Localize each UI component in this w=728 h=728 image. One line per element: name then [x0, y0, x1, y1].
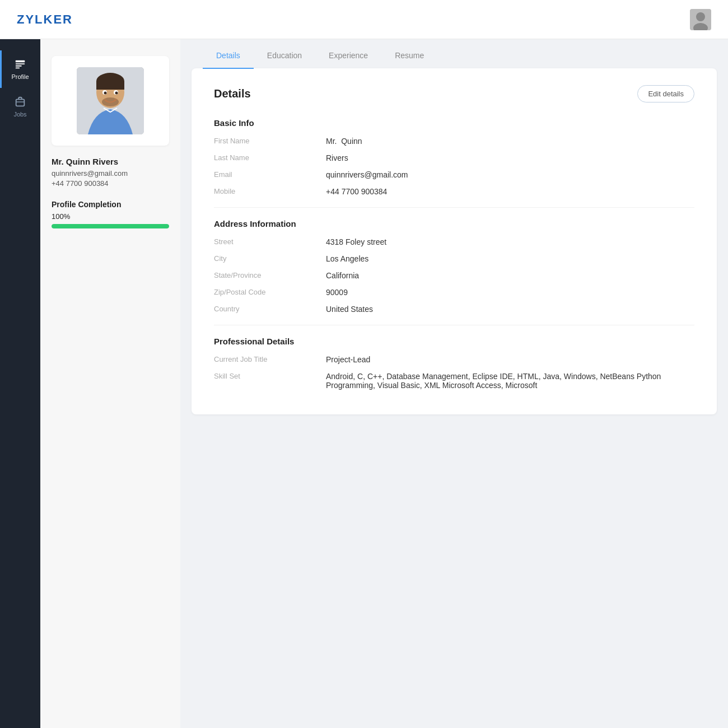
top-header: ZYLKER [0, 0, 728, 39]
completion-percent: 100% [52, 212, 169, 221]
svg-rect-6 [16, 68, 20, 69]
field-label-street: Street [214, 237, 326, 246]
profile-info: Mr. Quinn Rivers quinnrivers@gmail.com +… [52, 157, 169, 188]
field-label-country: Country [214, 305, 326, 313]
main-layout: Profile Jobs [0, 39, 728, 728]
progress-bar-bg [52, 224, 169, 228]
profile-photo [77, 67, 144, 134]
field-value-job-title: Project-Lead [326, 355, 694, 364]
field-row-job-title: Current Job Title Project-Lead [214, 355, 694, 364]
completion-title: Profile Completion [52, 200, 169, 209]
svg-point-17 [104, 92, 107, 95]
tabs-bar: Details Education Experience Resume [180, 39, 728, 68]
svg-point-18 [115, 92, 118, 95]
field-value-lastname: Rivers [326, 153, 694, 162]
profile-email: quinnrivers@gmail.com [52, 169, 169, 178]
details-title: Details [214, 87, 251, 100]
field-row-street: Street 4318 Foley street [214, 237, 694, 246]
field-row-firstname: First Name Mr. Quinn [214, 137, 694, 146]
professional-title: Professional Details [214, 337, 694, 346]
svg-rect-13 [96, 81, 124, 90]
left-panel: Mr. Quinn Rivers quinnrivers@gmail.com +… [40, 39, 180, 728]
logo: ZYLKER [17, 12, 73, 27]
profile-avatar-svg [77, 67, 144, 134]
field-label-mobile: Mobile [214, 187, 326, 195]
field-label-lastname: Last Name [214, 153, 326, 162]
field-value-city: Los Angeles [326, 254, 694, 263]
tab-details[interactable]: Details [203, 43, 254, 69]
profile-phone: +44 7700 900384 [52, 179, 169, 188]
tab-experience[interactable]: Experience [315, 43, 381, 69]
svg-point-1 [696, 12, 705, 21]
sidebar-item-jobs[interactable]: Jobs [0, 88, 40, 125]
field-label-zip: Zip/Postal Code [214, 288, 326, 296]
sidebar-item-profile[interactable]: Profile [0, 50, 40, 88]
svg-rect-4 [16, 63, 25, 64]
field-row-skills: Skill Set Android, C, C++, Database Mana… [214, 372, 694, 390]
field-value-street: 4318 Foley street [326, 237, 694, 246]
tab-education[interactable]: Education [254, 43, 315, 69]
main-content: Details Education Experience Resume Deta… [180, 39, 728, 728]
field-value-country: United States [326, 305, 694, 314]
basic-info-fields: First Name Mr. Quinn Last Name Rivers Em… [214, 137, 694, 196]
sidebar: Profile Jobs [0, 39, 40, 728]
progress-bar-fill [52, 224, 169, 228]
field-row-lastname: Last Name Rivers [214, 153, 694, 162]
field-row-mobile: Mobile +44 7700 900384 [214, 187, 694, 196]
tab-resume[interactable]: Resume [381, 43, 437, 69]
profile-photo-card [52, 56, 169, 146]
basic-info-title: Basic Info [214, 118, 694, 128]
field-label-firstname: First Name [214, 137, 326, 145]
field-row-email: Email quinnrivers@gmail.com [214, 170, 694, 179]
divider-1 [214, 207, 694, 208]
field-row-state: State/Province California [214, 271, 694, 280]
profile-name: Mr. Quinn Rivers [52, 157, 169, 166]
divider-2 [214, 325, 694, 325]
header-avatar[interactable] [690, 9, 711, 30]
field-value-zip: 90009 [326, 288, 694, 297]
svg-rect-7 [16, 99, 25, 106]
field-value-mobile: +44 7700 900384 [326, 187, 694, 196]
avatar-icon [690, 9, 711, 30]
details-header: Details Edit details [214, 85, 694, 102]
address-info-fields: Street 4318 Foley street City Los Angele… [214, 237, 694, 314]
svg-rect-5 [16, 66, 22, 67]
professional-fields: Current Job Title Project-Lead Skill Set… [214, 355, 694, 390]
field-value-state: California [326, 271, 694, 280]
field-label-city: City [214, 254, 326, 263]
sidebar-item-profile-label: Profile [11, 73, 29, 80]
edit-details-button[interactable]: Edit details [637, 85, 694, 102]
sidebar-item-jobs-label: Jobs [13, 111, 26, 118]
field-row-country: Country United States [214, 305, 694, 314]
svg-rect-3 [16, 60, 25, 63]
profile-completion-section: Profile Completion 100% [52, 200, 169, 228]
field-label-state: State/Province [214, 271, 326, 279]
details-card: Details Edit details Basic Info First Na… [192, 68, 717, 414]
field-label-email: Email [214, 170, 326, 179]
jobs-icon [14, 96, 26, 108]
field-label-skills: Skill Set [214, 372, 326, 380]
field-label-job-title: Current Job Title [214, 355, 326, 363]
field-row-city: City Los Angeles [214, 254, 694, 263]
field-row-zip: Zip/Postal Code 90009 [214, 288, 694, 297]
field-value-firstname: Mr. Quinn [326, 137, 694, 146]
field-value-skills: Android, C, C++, Database Management, Ec… [326, 372, 694, 390]
field-value-email: quinnrivers@gmail.com [326, 170, 694, 179]
profile-icon [14, 58, 26, 71]
address-info-title: Address Information [214, 219, 694, 228]
